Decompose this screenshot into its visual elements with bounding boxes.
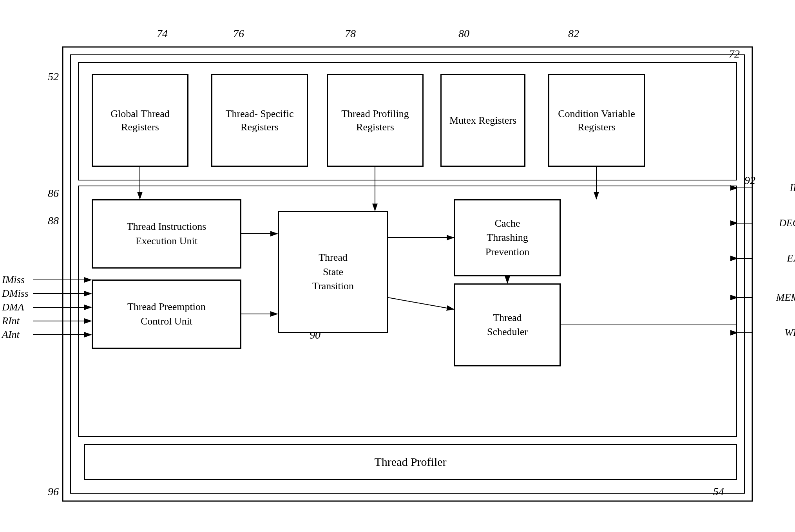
ref-96: 96 <box>48 485 59 498</box>
thread-state-transition-box: ThreadStateTransition <box>278 211 388 333</box>
ref-78: 78 <box>345 27 356 40</box>
diagram-root: 74 76 78 80 82 72 52 86 88 90 92 94 96 5… <box>24 23 768 517</box>
dmiss-label: DMiss <box>2 288 29 299</box>
ref-88: 88 <box>48 215 59 227</box>
thread-preemption-control-unit-box: Thread PreemptionControl Unit <box>92 280 241 348</box>
ref-86: 86 <box>48 187 59 200</box>
global-thread-registers-box: Global Thread Registers <box>92 74 188 166</box>
if-label: IF <box>790 182 795 194</box>
dec-label: DEC <box>779 217 795 229</box>
dma-label: DMA <box>2 301 24 313</box>
mem-label: MEM <box>776 292 795 303</box>
cache-thrashing-prevention-box: CacheThrashingPrevention <box>455 200 560 276</box>
imiss-label: IMiss <box>2 274 25 286</box>
ref-92: 92 <box>744 174 755 187</box>
thread-profiling-registers-box: Thread Profiling Registers <box>327 74 423 166</box>
thread-profiler-box: Thread Profiler <box>84 444 737 480</box>
ref-76: 76 <box>233 27 244 40</box>
ex-label: EX <box>787 252 795 264</box>
wb-label: WB <box>784 327 795 339</box>
ref-82: 82 <box>568 27 579 40</box>
mutex-registers-box: Mutex Registers <box>441 74 525 166</box>
thread-specific-registers-box: Thread- Specific Registers <box>212 74 308 166</box>
thread-instructions-execution-unit-box: Thread InstructionsExecution Unit <box>92 200 241 268</box>
ref-54: 54 <box>713 485 724 498</box>
condition-variable-registers-box: Condition Variable Registers <box>549 74 645 166</box>
rint-label: RInt <box>2 315 20 327</box>
ref-52: 52 <box>48 70 59 83</box>
thread-scheduler-box: ThreadScheduler <box>455 284 560 366</box>
ref-80: 80 <box>458 27 469 40</box>
ref-72: 72 <box>729 48 740 60</box>
ref-74: 74 <box>157 27 168 40</box>
aint-label: AInt <box>2 329 20 341</box>
svg-line-22 <box>388 298 454 309</box>
